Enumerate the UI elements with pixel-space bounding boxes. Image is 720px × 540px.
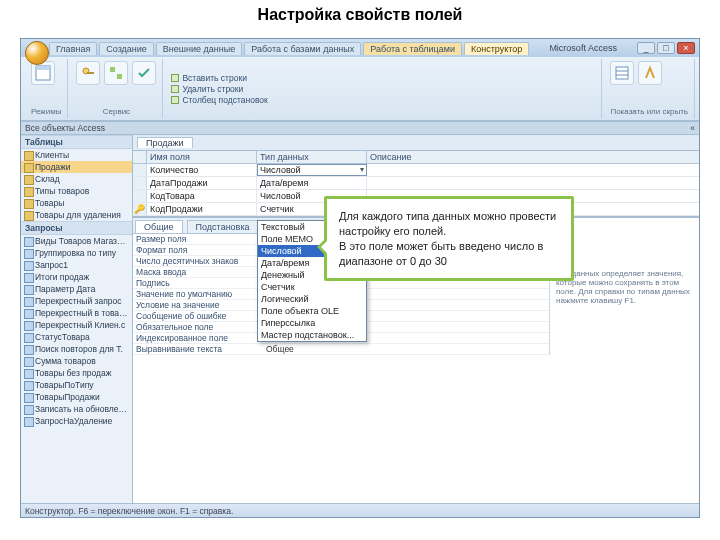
svg-rect-5: [117, 74, 122, 79]
tab-dbtools[interactable]: Работа с базами данных: [244, 42, 361, 55]
field-row[interactable]: КоличествоЧисловой: [133, 164, 699, 177]
doc-tabs: Продажи: [133, 135, 699, 151]
group-label-tools: Сервис: [76, 107, 156, 116]
insert-icon: [171, 74, 179, 82]
col-data-type: Тип данных: [257, 151, 367, 163]
lookup-icon: [171, 96, 179, 104]
property-row[interactable]: Выравнивание текстаОбщее: [133, 344, 549, 355]
ribbon-group-tools: Сервис: [70, 59, 163, 118]
office-orb[interactable]: [25, 41, 49, 65]
nav-query-item[interactable]: Записать на обновление: [21, 403, 132, 415]
group-label-showhide: Показать или скрыть: [610, 107, 688, 116]
close-button[interactable]: ×: [677, 42, 695, 54]
col-field-name: Имя поля: [147, 151, 257, 163]
lookup-column-button[interactable]: Столбец подстановок: [171, 95, 595, 105]
page-title: Настройка свойств полей: [0, 0, 720, 28]
tab-design[interactable]: Конструктор: [464, 42, 529, 55]
nav-query-item[interactable]: СтатусТовара: [21, 331, 132, 343]
nav-query-item[interactable]: ТоварыПоТипу: [21, 379, 132, 391]
workarea: ТаблицыКлиентыПродажиСкладТипы товаровТо…: [21, 135, 699, 503]
tab-external[interactable]: Внешние данные: [156, 42, 242, 55]
data-type-option[interactable]: Мастер подстановок...: [258, 329, 366, 341]
nav-query-item[interactable]: ТоварыПродажи: [21, 391, 132, 403]
doc-tab-active[interactable]: Продажи: [137, 137, 193, 148]
builder-button[interactable]: [104, 61, 128, 85]
property-sheet-button[interactable]: [610, 61, 634, 85]
data-type-option[interactable]: Логический: [258, 293, 366, 305]
nav-query-item[interactable]: Сумма товаров: [21, 355, 132, 367]
tab-home[interactable]: Главная: [49, 42, 97, 55]
titlebar: Главная Создание Внешние данные Работа с…: [21, 39, 699, 57]
nav-table-item[interactable]: Товары: [21, 197, 132, 209]
ribbon-group-view: Режимы: [25, 59, 68, 118]
data-type-option[interactable]: Гиперссылка: [258, 317, 366, 329]
nav-section-tables[interactable]: Таблицы: [21, 135, 132, 149]
maximize-button[interactable]: □: [657, 42, 675, 54]
group-label-view: Режимы: [31, 107, 61, 116]
primary-key-button[interactable]: [76, 61, 100, 85]
app-name: Microsoft Access: [529, 43, 637, 53]
ribbon-tabs: Главная Создание Внешние данные Работа с…: [21, 42, 529, 55]
nav-query-item[interactable]: Перекрестный Клиен.с: [21, 319, 132, 331]
nav-query-item[interactable]: Запрос1: [21, 259, 132, 271]
ribbon-group-rows: Вставить строки Удалить строки Столбец п…: [165, 59, 602, 118]
nav-pane-header[interactable]: Все объекты Access«: [21, 121, 699, 135]
data-type-option[interactable]: Поле объекта OLE: [258, 305, 366, 317]
nav-table-item[interactable]: Товары для удаления: [21, 209, 132, 221]
nav-query-item[interactable]: Итоги продаж: [21, 271, 132, 283]
nav-query-item[interactable]: Параметр Дата: [21, 283, 132, 295]
nav-query-item[interactable]: Перекрестный запрос: [21, 295, 132, 307]
minimize-button[interactable]: _: [637, 42, 655, 54]
navigation-pane: ТаблицыКлиентыПродажиСкладТипы товаровТо…: [21, 135, 133, 503]
tab-create[interactable]: Создание: [99, 42, 154, 55]
nav-query-item[interactable]: Товары без продаж: [21, 367, 132, 379]
data-type-option[interactable]: Счетчик: [258, 281, 366, 293]
design-grid-header: Имя поля Тип данных Описание: [133, 151, 699, 164]
ribbon-group-showhide: Показать или скрыть: [604, 59, 695, 118]
context-tab-group: Работа с таблицами: [363, 42, 462, 55]
tab-general[interactable]: Общие: [135, 220, 183, 233]
col-description: Описание: [367, 151, 699, 163]
field-row[interactable]: ДатаПродажиДата/время: [133, 177, 699, 190]
test-rules-button[interactable]: [132, 61, 156, 85]
svg-rect-6: [616, 67, 628, 79]
nav-table-item[interactable]: Клиенты: [21, 149, 132, 161]
nav-query-item[interactable]: Поиск повторов для Т.: [21, 343, 132, 355]
nav-table-item[interactable]: Склад: [21, 173, 132, 185]
document-area: Продажи Имя поля Тип данных Описание Кол…: [133, 135, 699, 503]
svg-rect-1: [36, 66, 50, 70]
nav-query-item[interactable]: Перекрестный в товары: [21, 307, 132, 319]
indexes-button[interactable]: [638, 61, 662, 85]
nav-query-item[interactable]: ЗапросНаУдаление: [21, 415, 132, 427]
nav-query-item[interactable]: Группировка по типу: [21, 247, 132, 259]
svg-rect-4: [110, 67, 115, 72]
nav-section-queries[interactable]: Запросы: [21, 221, 132, 235]
status-bar: Конструктор. F6 = переключение окон. F1 …: [21, 503, 699, 517]
svg-rect-3: [87, 72, 94, 74]
delete-rows-button[interactable]: Удалить строки: [171, 84, 595, 94]
callout-tooltip: Для каждого типа данных можно провести н…: [324, 196, 574, 281]
nav-query-item[interactable]: Виды Товаров Магазина: [21, 235, 132, 247]
tab-lookup[interactable]: Подстановка: [187, 220, 259, 233]
ribbon: Режимы Сервис Вставить строки Удалить ст…: [21, 57, 699, 121]
nav-table-item[interactable]: Продажи: [21, 161, 132, 173]
insert-rows-button[interactable]: Вставить строки: [171, 73, 595, 83]
nav-table-item[interactable]: Типы товаров: [21, 185, 132, 197]
delete-icon: [171, 85, 179, 93]
